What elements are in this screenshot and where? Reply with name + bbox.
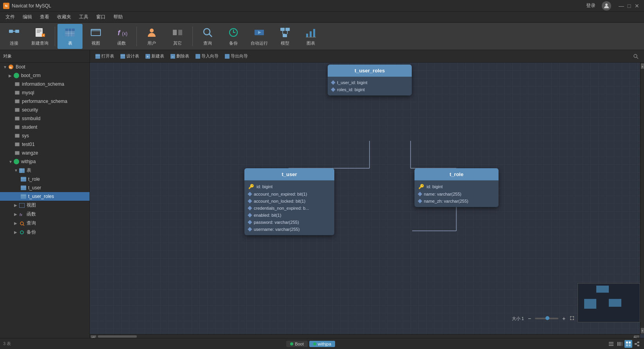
tab-boot-dot <box>290 342 293 345</box>
import-wizard-btn[interactable]: 导入向导 <box>193 52 221 60</box>
svg-marker-77 <box>572 316 574 318</box>
sidebar-item-ssmbuild-label: ssmbuild <box>22 116 40 121</box>
sidebar-item-withjpa-functions[interactable]: ▶ fx 函数 <box>0 210 90 219</box>
sidebar-item-performance-schema[interactable]: performance_schema <box>0 97 90 106</box>
toolbar-query[interactable]: 查询 <box>195 24 220 49</box>
tab-boot[interactable]: Boot <box>286 341 308 347</box>
toolbar-chart[interactable]: 图表 <box>298 24 323 49</box>
svg-point-4 <box>13 31 15 32</box>
sidebar-item-security[interactable]: security <box>0 106 90 114</box>
boot-icon: N <box>8 64 14 70</box>
toolbar-connect-label: 连接 <box>10 40 18 46</box>
v-scroll-up-btn[interactable]: ▲ <box>641 63 644 69</box>
sidebar-item-withjpa-backup[interactable]: ▶ 备份 <box>0 228 90 237</box>
svg-rect-29 <box>285 28 290 31</box>
menu-favorites[interactable]: 收藏夹 <box>53 12 75 23</box>
ssmbuild-icon <box>14 115 20 122</box>
tree-view-btn[interactable] <box>633 340 641 348</box>
svg-rect-97 <box>637 345 639 346</box>
sidebar-item-information-schema[interactable]: information_schema <box>0 80 90 88</box>
h-scroll-right-btn[interactable]: ▷ <box>634 335 639 338</box>
sidebar-item-t-role[interactable]: t_role <box>0 175 90 183</box>
toolbar-model[interactable]: 模型 <box>273 24 298 49</box>
sidebar-item-information-schema-label: information_schema <box>22 81 64 87</box>
svg-rect-12 <box>65 29 75 31</box>
grid-view-btn[interactable] <box>624 340 632 348</box>
sidebar-item-withjpa-functions-label: 函数 <box>27 211 36 218</box>
minimap[interactable] <box>578 283 640 322</box>
close-button[interactable]: ✕ <box>633 2 641 10</box>
sidebar-item-withjpa-queries-label: 查询 <box>27 220 36 227</box>
sidebar-item-withjpa[interactable]: ▼ withjpa <box>0 157 90 166</box>
maximize-button[interactable]: □ <box>625 2 633 10</box>
withjpa-views-icon <box>19 202 25 209</box>
sidebar-item-mysql-label: mysql <box>22 90 34 95</box>
withjpa-views-arrow: ▶ <box>14 203 19 207</box>
table-count-label: 3 表 <box>3 341 11 347</box>
withjpa-backup-arrow: ▶ <box>14 230 19 234</box>
sidebar-item-mysql[interactable]: mysql <box>0 88 90 97</box>
zoom-minus-btn[interactable]: − <box>526 315 533 322</box>
objects-label: 对象 <box>3 53 12 59</box>
sidebar-item-test01[interactable]: test01 <box>0 140 90 149</box>
er-node-t-user[interactable]: t_user 🔑 id: bigint account_non_expired:… <box>244 168 334 235</box>
menu-window[interactable]: 窗口 <box>92 12 109 23</box>
login-button[interactable]: 登录 <box>586 2 596 9</box>
detail-view-btn[interactable] <box>616 340 624 348</box>
toolbar-user[interactable]: 用户 <box>139 24 164 49</box>
er-node-t-role[interactable]: t_role 🔑 id: bigint name: varchar(255) n… <box>414 168 499 207</box>
sidebar-item-withjpa-views-label: 视图 <box>27 202 36 209</box>
design-table-btn[interactable]: 设计表 <box>118 52 142 60</box>
zoom-plus-btn[interactable]: + <box>560 315 568 322</box>
sidebar-item-withjpa-views[interactable]: ▶ 视图 <box>0 201 90 210</box>
sidebar-item-t-user-roles-label: t_user_roles <box>28 194 54 199</box>
svg-rect-1 <box>9 30 13 33</box>
sidebar-item-boot[interactable]: ▼ N Boot <box>0 63 90 71</box>
delete-table-btn[interactable]: − 删除表 <box>168 52 192 60</box>
svg-point-23 <box>204 29 210 35</box>
diamond-icon <box>248 220 252 224</box>
menu-view[interactable]: 查看 <box>36 12 53 23</box>
sidebar-item-t-user-roles[interactable]: t_user_roles <box>0 192 90 201</box>
sidebar-item-ssmbuild[interactable]: ssmbuild <box>0 114 90 123</box>
withjpa-icon <box>13 158 20 165</box>
menu-file[interactable]: 文件 <box>2 12 19 23</box>
minimize-button[interactable]: — <box>617 2 625 10</box>
horizontal-scrollbar[interactable]: ◁ ▷ <box>90 334 640 338</box>
toolbar-new-query[interactable]: + 新建查询 <box>27 24 52 49</box>
er-canvas[interactable]: t_user_roles t_user_id: bigint roles_id:… <box>90 63 644 338</box>
toolbar-backup[interactable]: 备份 <box>221 24 246 49</box>
toolbar-auto-run[interactable]: 自动运行 <box>247 24 272 49</box>
menu-tools[interactable]: 工具 <box>75 12 92 23</box>
list-view-btn[interactable] <box>607 340 615 348</box>
sidebar-item-wangze[interactable]: wangze <box>0 149 90 157</box>
toolbar-connect[interactable]: 连接 <box>2 24 27 49</box>
diamond-icon <box>248 227 252 231</box>
toolbar-table[interactable]: 表 <box>57 24 83 49</box>
er-node-t-user-roles[interactable]: t_user_roles t_user_id: bigint roles_id:… <box>328 65 412 95</box>
toolbar-other[interactable]: 其它 <box>165 24 190 49</box>
zoom-expand-btn[interactable] <box>569 315 576 322</box>
sidebar-item-sys[interactable]: sys <box>0 131 90 140</box>
open-table-btn[interactable]: 打开表 <box>93 52 117 60</box>
toolbar-function[interactable]: f(x) 函数 <box>109 24 134 49</box>
tab-withjpa[interactable]: withjpa <box>309 341 335 347</box>
zoom-slider[interactable] <box>535 318 558 319</box>
h-scroll-left-btn[interactable]: ◁ <box>91 335 96 338</box>
menu-help[interactable]: 帮助 <box>109 12 127 23</box>
sidebar-item-boot-crm[interactable]: ▶ boot_crm <box>0 71 90 80</box>
toolbar-view[interactable]: 视图 <box>83 24 108 49</box>
new-table-btn[interactable]: + 新建表 <box>143 52 167 60</box>
v-scroll-down-btn[interactable]: ▼ <box>641 328 644 333</box>
sidebar-item-withjpa-tables[interactable]: ▼ 表 <box>0 166 90 175</box>
sidebar-item-student[interactable]: student <box>0 123 90 131</box>
export-wizard-btn[interactable]: 导出向导 <box>222 52 250 60</box>
menu-edit[interactable]: 编辑 <box>19 12 36 23</box>
vertical-scrollbar[interactable]: ▲ ▼ <box>640 63 644 334</box>
sidebar-item-t-user[interactable]: t_user <box>0 183 90 192</box>
search-btn[interactable] <box>631 53 641 60</box>
sidebar-item-withjpa-queries[interactable]: ▶ 查询 <box>0 219 90 228</box>
svg-rect-45 <box>21 185 26 190</box>
diamond-icon <box>248 213 252 217</box>
toolbar-user-label: 用户 <box>147 40 156 46</box>
